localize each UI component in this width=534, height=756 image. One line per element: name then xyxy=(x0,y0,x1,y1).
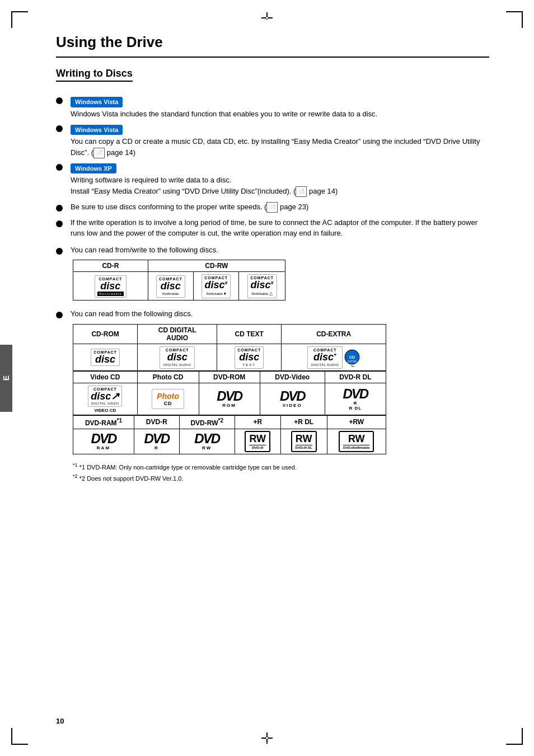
badge-xp: Windows XP xyxy=(71,163,116,174)
td-dvdram-logo: DVD RAM xyxy=(73,429,134,454)
corner-mark-tl xyxy=(11,11,28,28)
footnote-2: *2 *2 Does not support DVD-RW Ver.1.0. xyxy=(73,472,489,483)
read-only-label: You can read from the following discs. xyxy=(71,308,193,320)
td-photocd-logo: Photo CD xyxy=(137,383,199,415)
page-number: 10 xyxy=(56,717,64,725)
td-dvdr-logo: DVD R xyxy=(134,429,179,454)
th-videocd: Video CD xyxy=(73,371,138,383)
cdextra-extra-icon: CD EXTRA ™ xyxy=(344,349,360,369)
bullet-4: Be sure to use discs conforming to the p… xyxy=(56,201,489,213)
bullet-3-line1: Writing software is required to write da… xyxy=(71,176,231,184)
bullet-dot-rw xyxy=(56,248,63,255)
td-dvdrom-logo: DVD ROM xyxy=(199,383,260,415)
td-plusr-logo: RW DVD+R xyxy=(235,429,280,454)
bullet-dot-3 xyxy=(56,164,63,171)
td-dvdvideo-logo: DVD VIDEO xyxy=(260,383,325,415)
td-dvdrdl-logo: DVD R R DL xyxy=(325,383,386,415)
cdda-disc-icon: COMPACT disc DIGITAL AUDIO xyxy=(160,346,195,369)
ref-icon-4: 📄 xyxy=(266,202,278,213)
td-plusrdl-logo: RW DVD+R DL xyxy=(280,429,327,454)
svg-text:CD: CD xyxy=(349,355,355,359)
corner-mark-tr xyxy=(506,11,523,28)
bullet-3-line2: Install “Easy Media Creator” using “DVD … xyxy=(71,187,338,195)
cdr-disc-icon: COMPACT disc Recordable xyxy=(95,275,127,298)
svg-text:EXTRA: EXTRA xyxy=(348,360,357,363)
badge-vista-2: Windows Vista xyxy=(71,125,123,135)
corner-mark-bl xyxy=(11,728,28,745)
section-title: Writing to Discs xyxy=(56,68,133,82)
plusrw-disc-icon: RW DVD+ReWritable xyxy=(339,431,374,452)
bullet-3: Windows XP Writing software is required … xyxy=(56,163,489,197)
th-cdextra: CD-EXTRA xyxy=(282,324,386,344)
dvdrom-disc-icon: DVD ROM xyxy=(217,389,242,408)
td-cdtext-logo: COMPACT disc TEXT xyxy=(217,344,282,370)
dvdrw-disc-icon: DVD RW xyxy=(194,432,219,450)
bullet-1: Windows Vista Windows Vista includes the… xyxy=(56,96,489,120)
th-dvdr: DVD-R xyxy=(134,415,179,429)
bullet-3-content: Windows XP Writing software is required … xyxy=(71,163,338,197)
td-dvdrw-logo: DVD RW xyxy=(179,429,235,454)
read-write-table: CD-R CD-RW COMPACT disc Recordable xyxy=(73,260,285,300)
bullet-4-text: Be sure to use discs conforming to the p… xyxy=(71,201,308,213)
badge-vista-1: Windows Vista xyxy=(71,97,123,107)
td-cdr-logo: COMPACT disc Recordable xyxy=(73,272,148,300)
th-cdtext: CD TEXT xyxy=(217,324,282,344)
read-only-table-1: CD-ROM CD DIGITALAUDIO CD TEXT CD-EXTRA … xyxy=(73,324,386,371)
read-only-intro: You can read from the following discs. xyxy=(56,308,489,320)
th-cdr: CD-R xyxy=(73,260,148,272)
bullet-1-content: Windows Vista Windows Vista includes the… xyxy=(71,96,377,120)
td-cdrom-logo: COMPACT disc xyxy=(73,344,138,370)
cdrom-disc-icon: COMPACT disc xyxy=(91,349,120,366)
bullet-2: Windows Vista You can copy a CD or creat… xyxy=(56,124,489,158)
td-cdrw-rw3: COMPACT discx ReWritable △ xyxy=(239,272,285,300)
read-write-label: You can read from/write to the following… xyxy=(71,245,218,256)
read-write-intro: You can read from/write to the following… xyxy=(56,245,489,256)
read-only-table-3: DVD-RAM*1 DVD-R DVD-RW*2 +R +R DL +RW DV… xyxy=(73,415,386,454)
cdrw-disc-icon-3: COMPACT discx ReWritable △ xyxy=(247,274,277,298)
cdtext-disc-icon: COMPACT disc TEXT xyxy=(235,346,264,369)
videocd-disc-icon: COMPACT disc↗ DIGITAL VIDEO VIDEO CD xyxy=(88,386,122,413)
bullet-5-text: If the write operation is to involve a l… xyxy=(71,217,489,239)
bullet-dot-4 xyxy=(56,205,63,212)
title-rule xyxy=(56,57,489,58)
th-plusrdl: +R DL xyxy=(280,415,327,429)
corner-mark-br xyxy=(506,728,523,745)
read-only-table-2: Video CD Photo CD DVD-ROM DVD-Video DVD-… xyxy=(73,371,386,415)
td-cdrw-rw2: COMPACT discx ReWritable ♦ xyxy=(194,272,239,300)
ref-icon-3: 📄 xyxy=(296,186,307,197)
cdextra-disc-icon: COMPACT disc+ DIGITAL AUDIO CD EXTRA ™ xyxy=(307,346,360,369)
bullet-dot-ro xyxy=(56,312,63,318)
th-dvdram: DVD-RAM*1 xyxy=(73,415,134,429)
dvdrdl-disc-icon: DVD R R DL xyxy=(343,387,368,411)
side-tab-label: E xyxy=(2,375,11,381)
bullet-dot-2 xyxy=(56,125,63,132)
bullet-5: If the write operation is to involve a l… xyxy=(56,217,489,239)
th-plusr: +R xyxy=(235,415,280,429)
th-dvdvideo: DVD-Video xyxy=(260,371,325,383)
footnotes: *1 *1 DVD-RAM: Only non-cartridge type o… xyxy=(73,461,489,484)
bullet-2-text: You can copy a CD or create a music CD, … xyxy=(71,137,480,157)
bullet-dot-5 xyxy=(56,220,63,227)
th-cdrw: CD-RW xyxy=(148,260,285,272)
dvdram-disc-icon: DVD RAM xyxy=(91,432,116,450)
th-photocd: Photo CD xyxy=(137,371,199,383)
td-cdextra-logo: COMPACT disc+ DIGITAL AUDIO CD EXTRA ™ xyxy=(282,344,386,370)
read-only-bullet: You can read from the following discs. xyxy=(56,308,489,320)
dvdr-disc-icon: DVD R xyxy=(144,432,169,450)
bullet-2-content: Windows Vista You can copy a CD or creat… xyxy=(71,124,489,158)
main-title: Using the Drive xyxy=(56,34,489,53)
cross-bottom xyxy=(261,732,273,744)
bullet-dot-1 xyxy=(56,97,63,104)
th-dvdrdl: DVD-R DL xyxy=(325,371,386,383)
plusrdl-disc-icon: RW DVD+R DL xyxy=(291,431,317,452)
td-cdrw-rw1: COMPACT disc ReWritable xyxy=(148,272,193,300)
th-dvdrom: DVD-ROM xyxy=(199,371,260,383)
photocd-disc-icon: Photo CD xyxy=(152,389,184,409)
td-cdda-logo: COMPACT disc DIGITAL AUDIO xyxy=(138,344,217,370)
dvdvideo-disc-icon: DVD VIDEO xyxy=(280,389,305,408)
th-cdrom: CD-ROM xyxy=(73,324,138,344)
cdrw-disc-icon-1: COMPACT disc ReWritable xyxy=(156,275,185,298)
td-videocd-logo: COMPACT disc↗ DIGITAL VIDEO VIDEO CD xyxy=(73,383,138,415)
cdrw-disc-icon-2: COMPACT discx ReWritable ♦ xyxy=(202,274,231,298)
td-plusrw-logo: RW DVD+ReWritable xyxy=(327,429,386,454)
